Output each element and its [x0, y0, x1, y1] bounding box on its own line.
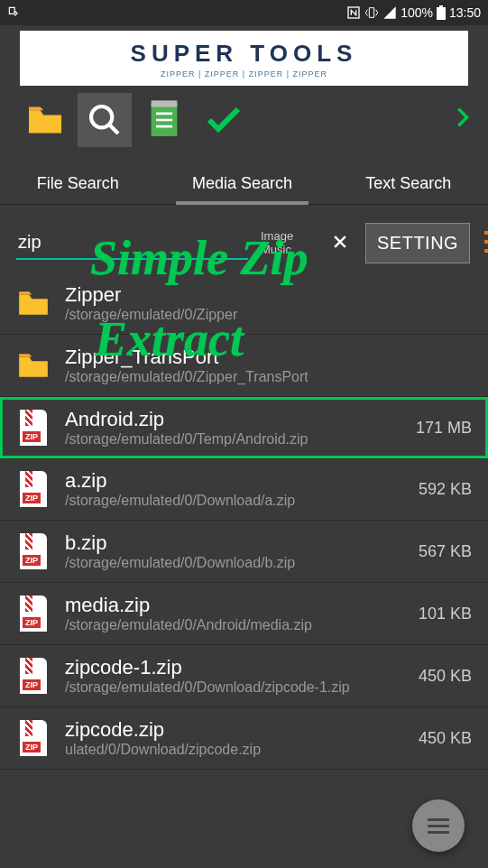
file-info: b.zip/storage/emulated/0/Download/b.zip	[65, 531, 404, 571]
file-path: /storage/emulated/0/Download/zipcode-1.z…	[65, 679, 404, 696]
menu-fab[interactable]	[412, 799, 465, 852]
app-indicator-icon	[7, 5, 20, 18]
file-row[interactable]: Zipper_TransPort/storage/emulated/0/Zipp…	[0, 335, 488, 397]
close-icon	[331, 233, 349, 251]
folder-icon	[16, 351, 51, 380]
zip-file-icon	[20, 471, 47, 507]
battery-percent: 100%	[401, 5, 433, 20]
file-type-icon	[16, 470, 51, 508]
svg-point-3	[91, 106, 112, 127]
file-path: /storage/emulated/0/Download/a.zip	[65, 493, 404, 509]
filter-music: Music	[261, 244, 315, 256]
file-type-icon	[16, 595, 51, 633]
status-left	[7, 5, 20, 21]
document-icon	[148, 100, 180, 140]
file-info: media.zip/storage/emulated/0/Android/med…	[65, 594, 404, 633]
document-button[interactable]	[137, 93, 191, 147]
zip-file-icon	[20, 533, 47, 569]
file-name: b.zip	[65, 531, 404, 555]
file-size: 450 KB	[419, 729, 472, 748]
file-info: zipcode.zipulated/0/Download/zipcode.zip	[65, 718, 404, 758]
confirm-button[interactable]	[197, 93, 251, 147]
file-row[interactable]: Zipper/storage/emulated/0/Zipper	[0, 272, 488, 335]
file-row[interactable]: zipcode-1.zip/storage/emulated/0/Downloa…	[0, 645, 488, 707]
file-info: Zipper_TransPort/storage/emulated/0/Zipp…	[65, 346, 472, 385]
svg-rect-5	[152, 100, 178, 106]
file-row[interactable]: Android.zip/storage/emulated/0/Temp/Andr…	[0, 397, 488, 458]
file-info: Zipper/storage/emulated/0/Zipper	[65, 283, 472, 323]
ad-title: SUPER TOOLS	[34, 40, 454, 68]
file-row[interactable]: zipcode.zipulated/0/Download/zipcode.zip…	[0, 707, 488, 770]
file-list: Zipper/storage/emulated/0/ZipperZipper_T…	[0, 272, 488, 770]
status-right: 100% 13:50	[346, 5, 481, 20]
file-size: 567 KB	[419, 542, 472, 561]
file-info: a.zip/storage/emulated/0/Download/a.zip	[65, 469, 404, 509]
file-row[interactable]: media.zip/storage/emulated/0/Android/med…	[0, 583, 488, 645]
search-button[interactable]	[78, 93, 132, 147]
ad-banner[interactable]: SUPER TOOLS ZIPPER | ZIPPER | ZIPPER | Z…	[20, 31, 468, 86]
file-name: media.zip	[65, 594, 404, 617]
filter-image: Image	[261, 230, 315, 243]
search-icon	[87, 102, 123, 138]
file-path: /storage/emulated/0/Zipper_TransPort	[65, 369, 472, 385]
svg-rect-1	[437, 7, 446, 20]
sort-button[interactable]	[483, 227, 488, 260]
file-size: 592 KB	[419, 480, 472, 499]
ad-subtitle: ZIPPER | ZIPPER | ZIPPER | ZIPPER	[34, 69, 454, 78]
file-type-icon	[16, 719, 51, 757]
search-tabs: File Search Media Search Text Search	[0, 154, 488, 205]
tab-file-search[interactable]: File Search	[30, 163, 126, 204]
file-name: a.zip	[65, 469, 404, 493]
hamburger-icon	[428, 815, 449, 837]
folder-icon	[16, 289, 51, 318]
file-size: 101 KB	[419, 605, 472, 623]
folder-icon	[25, 104, 65, 136]
file-path: ulated/0/Download/zipcode.zip	[65, 742, 404, 758]
svg-rect-2	[439, 5, 443, 7]
nfc-icon	[346, 5, 361, 20]
filter-labels: Image Music	[261, 230, 315, 256]
file-type-icon	[16, 346, 51, 384]
file-path: /storage/emulated/0/Android/media.zip	[65, 617, 404, 633]
clear-button[interactable]	[327, 231, 353, 256]
zip-file-icon	[20, 720, 47, 756]
file-name: Zipper_TransPort	[65, 346, 472, 369]
chevron-right-icon	[456, 105, 470, 130]
vibrate-icon	[364, 5, 379, 20]
search-input[interactable]	[16, 226, 248, 260]
file-type-icon	[16, 532, 51, 570]
toolbar	[0, 86, 488, 154]
zip-file-icon	[20, 410, 47, 446]
file-info: zipcode-1.zip/storage/emulated/0/Downloa…	[65, 656, 404, 696]
file-name: zipcode-1.zip	[65, 656, 404, 679]
file-name: zipcode.zip	[65, 718, 404, 742]
file-row[interactable]: b.zip/storage/emulated/0/Download/b.zip5…	[0, 521, 488, 583]
file-size: 171 MB	[416, 419, 472, 438]
file-name: Android.zip	[65, 408, 401, 431]
sort-icon	[483, 227, 488, 256]
file-type-icon	[16, 284, 51, 322]
more-tools-button[interactable]	[456, 105, 470, 136]
status-bar: 100% 13:50	[0, 0, 488, 25]
folder-button[interactable]	[18, 93, 72, 147]
file-row[interactable]: a.zip/storage/emulated/0/Download/a.zip5…	[0, 458, 488, 521]
file-size: 450 KB	[419, 667, 472, 686]
file-path: /storage/emulated/0/Temp/Android.zip	[65, 431, 401, 448]
search-controls: Image Music SETTING	[0, 205, 488, 272]
file-name: Zipper	[65, 283, 472, 307]
clock: 13:50	[449, 5, 481, 20]
file-path: /storage/emulated/0/Download/b.zip	[65, 555, 404, 571]
file-type-icon	[16, 657, 51, 695]
signal-icon	[382, 5, 397, 20]
file-path: /storage/emulated/0/Zipper	[65, 307, 472, 323]
setting-button[interactable]: SETTING	[365, 223, 470, 263]
file-info: Android.zip/storage/emulated/0/Temp/Andr…	[65, 408, 401, 448]
file-type-icon	[16, 409, 51, 447]
zip-file-icon	[20, 596, 47, 632]
tab-text-search[interactable]: Text Search	[358, 163, 458, 204]
tab-media-search[interactable]: Media Search	[185, 163, 299, 204]
zip-file-icon	[20, 658, 47, 694]
battery-icon	[437, 5, 446, 20]
check-icon	[202, 98, 245, 142]
